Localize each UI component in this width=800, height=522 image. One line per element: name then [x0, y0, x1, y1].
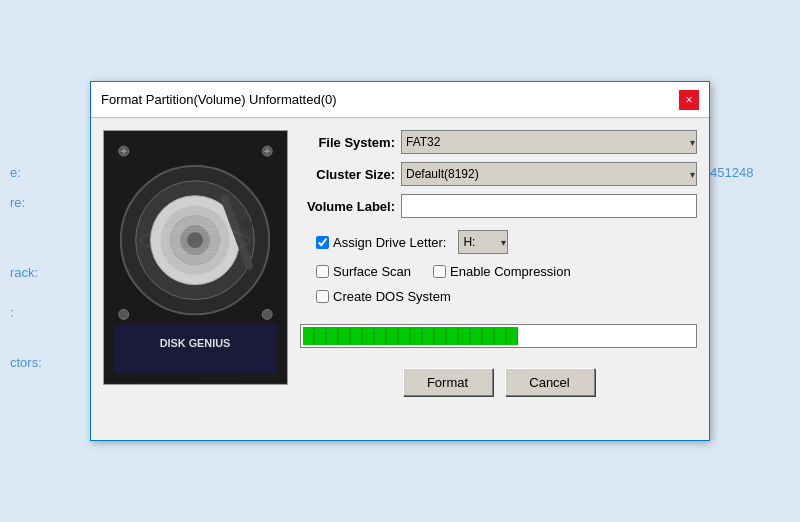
- svg-text:DISK GENIUS: DISK GENIUS: [160, 337, 231, 349]
- dialog-title: Format Partition(Volume) Unformatted(0): [101, 92, 337, 107]
- assign-drive-checkbox-item: Assign Drive Letter:: [316, 235, 446, 250]
- progress-container: [300, 324, 697, 348]
- drive-letter-select[interactable]: H: I: J: K:: [458, 230, 508, 254]
- buttons-row: Format Cancel: [300, 368, 697, 408]
- surface-scan-row: Surface Scan Enable Compression: [300, 264, 697, 279]
- format-button[interactable]: Format: [403, 368, 493, 396]
- cluster-size-select[interactable]: Default(8192) 512 1024 2048 4096 8192: [401, 162, 697, 186]
- hdd-image: DISK GENIUS: [103, 130, 288, 385]
- enable-compression-checkbox[interactable]: [433, 265, 446, 278]
- svg-point-16: [119, 309, 129, 319]
- dialog-body: DISK GENIUS File System:: [91, 118, 709, 420]
- file-system-select-wrapper: FAT32 NTFS exFAT FAT16 ▾: [401, 130, 697, 154]
- surface-scan-label: Surface Scan: [333, 264, 411, 279]
- create-dos-checkbox-item: Create DOS System: [316, 289, 451, 304]
- svg-point-9: [242, 220, 252, 230]
- form-area: File System: FAT32 NTFS exFAT FAT16 ▾ Cl…: [300, 130, 697, 408]
- assign-drive-label: Assign Drive Letter:: [333, 235, 446, 250]
- surface-scan-checkbox[interactable]: [316, 265, 329, 278]
- dialog-titlebar: Format Partition(Volume) Unformatted(0) …: [91, 82, 709, 118]
- drive-letter-select-wrapper: H: I: J: K: ▾: [458, 230, 508, 254]
- create-dos-row: Create DOS System: [300, 289, 697, 304]
- enable-compression-label: Enable Compression: [450, 264, 571, 279]
- file-system-select[interactable]: FAT32 NTFS exFAT FAT16: [401, 130, 697, 154]
- create-dos-checkbox[interactable]: [316, 290, 329, 303]
- enable-compression-checkbox-item: Enable Compression: [433, 264, 571, 279]
- svg-point-17: [262, 309, 272, 319]
- dialog: Format Partition(Volume) Unformatted(0) …: [90, 81, 710, 441]
- cluster-size-label: Cluster Size:: [300, 167, 395, 182]
- file-system-row: File System: FAT32 NTFS exFAT FAT16 ▾: [300, 130, 697, 154]
- file-system-label: File System:: [300, 135, 395, 150]
- close-button[interactable]: ×: [679, 90, 699, 110]
- cluster-size-row: Cluster Size: Default(8192) 512 1024 204…: [300, 162, 697, 186]
- surface-scan-checkbox-item: Surface Scan: [316, 264, 411, 279]
- modal-overlay: Format Partition(Volume) Unformatted(0) …: [0, 0, 800, 522]
- create-dos-label: Create DOS System: [333, 289, 451, 304]
- svg-point-7: [187, 232, 203, 248]
- cluster-size-select-wrapper: Default(8192) 512 1024 2048 4096 8192 ▾: [401, 162, 697, 186]
- volume-label-row: Volume Label:: [300, 194, 697, 218]
- cancel-button[interactable]: Cancel: [505, 368, 595, 396]
- volume-label-input[interactable]: [401, 194, 697, 218]
- progress-bar: [303, 327, 518, 345]
- assign-drive-row: Assign Drive Letter: H: I: J: K: ▾: [300, 230, 697, 254]
- volume-label-label: Volume Label:: [300, 199, 395, 214]
- assign-drive-checkbox[interactable]: [316, 236, 329, 249]
